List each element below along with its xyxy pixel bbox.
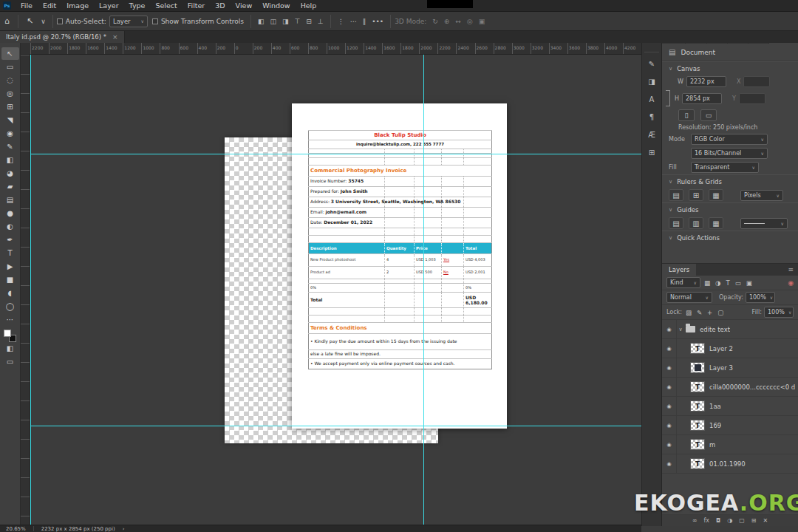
guide-style-select[interactable]: ∨ [740, 218, 788, 229]
menu-item[interactable]: Help [296, 0, 322, 11]
eyedropper-tool[interactable]: ◥ [1, 114, 19, 126]
bit-depth-select[interactable]: 16 Bits/Channel ∨ [691, 148, 768, 159]
layer-row[interactable]: ◉ T 169 [662, 416, 798, 435]
section-quick-actions[interactable]: ∨ Quick Actions [662, 231, 798, 244]
vertical-ruler[interactable] [21, 55, 30, 526]
section-guides[interactable]: ∨ Guides [662, 202, 798, 216]
character-panel-icon[interactable]: A [644, 92, 660, 107]
layer-effects-icon[interactable]: fx [703, 517, 709, 524]
quick-selection-tool[interactable]: ◎ [1, 87, 19, 100]
eraser-tool[interactable]: ▰ [1, 180, 19, 193]
glyphs-panel-icon[interactable]: Æ [644, 127, 660, 143]
history-brush-tool[interactable]: ◕ [1, 167, 19, 180]
align-horizontal-centers-icon[interactable]: ◫ [267, 18, 279, 25]
shape-tool[interactable]: ■ [1, 273, 19, 286]
filter-adjustment-layers-icon[interactable]: ◑ [714, 279, 722, 287]
layer-row[interactable]: ◉ T 1aa [662, 397, 798, 416]
layer-row[interactable]: ◉ T m [662, 435, 798, 454]
guide-vertical-left[interactable] [30, 55, 31, 526]
new-layer-icon[interactable]: ⊞ [751, 517, 757, 524]
move-tool[interactable]: ↖ [1, 47, 19, 60]
menu-item[interactable]: Window [257, 0, 295, 11]
3d-roll-icon[interactable]: ⊕ [441, 18, 453, 25]
layer-visibility-eye-icon[interactable]: ◉ [662, 397, 677, 415]
menu-item[interactable]: 3D [210, 0, 230, 11]
menu-item[interactable]: Type [124, 0, 151, 11]
lock-guides-icon[interactable]: ▥ [689, 217, 703, 229]
blend-mode-select[interactable]: Normal ∨ [666, 292, 712, 303]
healing-brush-tool[interactable]: ◉ [1, 127, 19, 140]
layer-visibility-eye-icon[interactable]: ◉ [662, 454, 677, 473]
3d-pan-icon[interactable]: ↔ [452, 18, 464, 25]
quick-mask-mode-icon[interactable]: ◧ [1, 342, 19, 355]
layer-group-row[interactable]: ◉ ∨ edite text [662, 320, 798, 339]
libraries-panel-icon[interactable]: ⊞ [644, 145, 660, 160]
canvas-height-field[interactable]: 2854 px [682, 93, 722, 104]
marquee-tool[interactable]: ▭ [1, 61, 19, 73]
landscape-orientation-button[interactable]: ▭ [700, 109, 717, 121]
clone-stamp-tool[interactable]: ◧ [1, 154, 19, 166]
edit-toolbar-icon[interactable]: ⋯ [1, 313, 19, 326]
clone-source-panel-icon[interactable]: ◨ [644, 74, 660, 89]
menu-item[interactable]: Edit [38, 0, 61, 11]
type-tool[interactable]: T [1, 247, 19, 259]
3d-slide-icon[interactable]: ◎ [464, 18, 476, 25]
path-selection-tool[interactable]: ▶ [1, 260, 19, 273]
layer-fill-select[interactable]: 100% ∨ [764, 307, 794, 318]
brush-settings-panel-icon[interactable]: ✎ [644, 56, 660, 72]
auto-select-checkbox[interactable]: Auto-Select: [57, 18, 109, 25]
layer-visibility-eye-icon[interactable]: ◉ [662, 378, 677, 396]
guide-horizontal-top[interactable] [30, 154, 641, 154]
link-layers-icon[interactable]: ∞ [692, 517, 698, 524]
hand-tool[interactable]: ◖ [1, 287, 19, 299]
tab-layers[interactable]: Layers [662, 264, 696, 276]
add-layer-mask-icon[interactable]: ◘ [716, 517, 720, 524]
menu-item[interactable]: Filter [183, 0, 211, 11]
section-canvas[interactable]: ∨ Canvas [662, 61, 798, 75]
filter-pixel-layers-icon[interactable]: ▦ [703, 279, 712, 287]
opacity-select[interactable]: 100% ∨ [746, 292, 775, 303]
blur-tool[interactable]: ● [1, 207, 19, 219]
align-right-edges-icon[interactable]: ◨ [279, 18, 292, 25]
color-mode-select[interactable]: RGB Color ∨ [691, 134, 768, 145]
layer-visibility-eye-icon[interactable]: ◉ [662, 435, 677, 454]
lock-all-icon[interactable]: ▢ [716, 309, 725, 316]
filter-type-layers-icon[interactable]: T [724, 279, 731, 287]
guide-horizontal-bottom[interactable] [30, 426, 641, 426]
portrait-orientation-button[interactable]: ▯ [678, 109, 695, 121]
link-dimensions-icon[interactable] [666, 90, 670, 106]
toggle-rulers-icon[interactable]: ▤ [669, 189, 683, 201]
panel-menu-icon[interactable]: ≡ [783, 264, 798, 276]
foreground-background-colors[interactable] [4, 330, 16, 342]
distribute-vertical-icon[interactable]: ⋮ [335, 18, 347, 25]
canvas-fill-select[interactable]: Transparent ∨ [691, 162, 759, 173]
align-top-edges-icon[interactable]: ⊤ [291, 18, 303, 25]
lock-position-icon[interactable]: + [706, 309, 714, 316]
menu-item[interactable]: File [16, 0, 38, 11]
gradient-tool[interactable]: ▤ [1, 194, 19, 206]
menu-item[interactable]: View [231, 0, 258, 11]
dodge-tool[interactable]: ◐ [1, 220, 19, 233]
new-group-icon[interactable]: ▢ [739, 517, 745, 524]
zoom-tool[interactable]: ◯ [1, 300, 19, 313]
adjustment-layer-icon[interactable]: ◑ [727, 517, 732, 524]
toggle-pixel-grid-icon[interactable]: ▦ [709, 189, 723, 201]
canvas-width-field[interactable]: 2232 px [686, 76, 726, 87]
group-expand-chevron-icon[interactable]: ∨ [677, 327, 684, 332]
filter-smart-objects-icon[interactable]: ▣ [745, 279, 754, 287]
layer-visibility-eye-icon[interactable]: ◉ [662, 320, 677, 338]
ruler-units-select[interactable]: Pixels ∨ [740, 190, 783, 201]
auto-select-target-select[interactable]: Layer ∨ [109, 16, 148, 27]
home-icon[interactable]: ⌂ [0, 16, 14, 26]
zoom-level-field[interactable]: 20.65% [6, 526, 26, 532]
document-tab[interactable]: Italy id.psd @ 20.7% (RGB/16) * × [0, 31, 125, 43]
crop-tool[interactable]: ⊞ [1, 100, 19, 113]
pen-tool[interactable]: ✒ [1, 233, 19, 246]
align-left-edges-icon[interactable]: ◧ [255, 18, 267, 25]
paragraph-panel-icon[interactable]: ¶ [644, 109, 660, 125]
layer-visibility-eye-icon[interactable]: ◉ [662, 416, 677, 434]
distribute-spacing-icon[interactable]: ∥ [360, 18, 369, 25]
lock-transparent-pixels-icon[interactable]: ▨ [684, 309, 693, 316]
align-vertical-centers-icon[interactable]: ⊟ [303, 18, 315, 25]
guide-vertical-center[interactable] [423, 55, 424, 526]
